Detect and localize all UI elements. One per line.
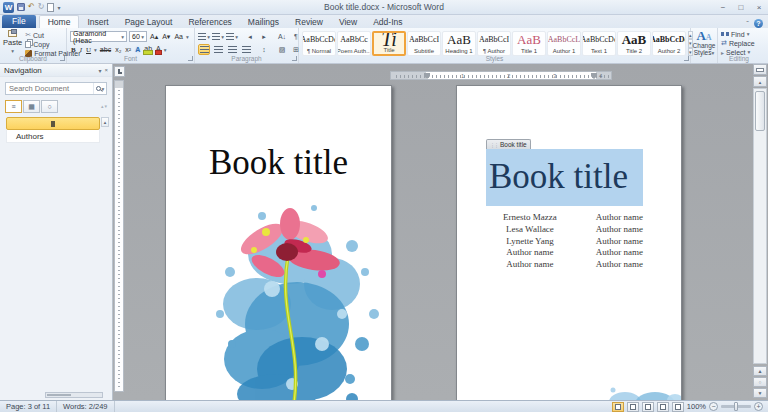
nav-horizontal-scrollbar[interactable] <box>45 392 103 398</box>
author-name-cell[interactable]: Author name <box>574 247 643 259</box>
numbering-button[interactable]: ▾ <box>212 31 224 42</box>
superscript-button[interactable]: x² <box>124 46 132 53</box>
fullscreen-reading-view-button[interactable] <box>627 402 639 412</box>
style-normal[interactable]: AaBbCcDc ¶ Normal <box>302 31 336 56</box>
author-name-cell[interactable]: Author name <box>486 259 574 271</box>
watercolor-flower-image[interactable] <box>202 194 392 405</box>
customize-qat-icon[interactable]: ▾ <box>57 4 60 11</box>
find-button[interactable]: Find ▾ <box>721 30 757 38</box>
style-author-2[interactable]: AaBbCcDc Author 2 <box>652 31 686 56</box>
nav-item-authors[interactable]: Authors <box>6 130 100 143</box>
decrease-indent-button[interactable]: ◂ <box>244 31 256 42</box>
tab-file[interactable]: File <box>2 15 36 28</box>
change-case-button[interactable]: Aa <box>173 33 184 40</box>
author-name-cell[interactable]: Lesa Wallace <box>486 224 574 236</box>
draft-view-button[interactable] <box>672 402 684 412</box>
subscript-button[interactable]: x₂ <box>114 46 122 53</box>
paste-button[interactable]: Paste ▾ <box>3 30 22 54</box>
zoom-level[interactable]: 100% <box>687 402 706 411</box>
bullets-button[interactable]: ▾ <box>198 31 210 42</box>
author-name-cell[interactable]: Author name <box>574 259 643 271</box>
browse-results-tab[interactable]: ○ <box>41 100 58 113</box>
align-left-button[interactable] <box>198 44 210 55</box>
minimize-button[interactable]: − <box>714 1 732 13</box>
word-logo-icon[interactable]: W <box>3 2 14 13</box>
author-name-cell[interactable]: Author name <box>574 224 643 236</box>
zoom-slider-thumb[interactable] <box>734 402 738 411</box>
line-spacing-button[interactable]: ↕ <box>258 44 270 55</box>
font-color-button[interactable]: A <box>155 45 162 55</box>
nav-list-scroll-up-icon[interactable]: ▴ <box>101 117 109 127</box>
increase-indent-button[interactable]: ▸ <box>258 31 270 42</box>
bold-button[interactable]: B <box>70 46 77 54</box>
style-text-1[interactable]: AaBbCcDc Text 1 <box>582 31 616 56</box>
tab-page-layout[interactable]: Page Layout <box>117 16 181 28</box>
zoom-out-button[interactable]: − <box>709 402 718 411</box>
font-family-select[interactable]: Garamond (Heac ▾ <box>70 31 127 42</box>
tab-mailings[interactable]: Mailings <box>240 16 287 28</box>
tab-references[interactable]: References <box>180 16 239 28</box>
tab-view[interactable]: View <box>331 16 365 28</box>
nav-item-title-selected[interactable] <box>6 117 100 130</box>
change-styles-button[interactable]: AA Change Styles▾ <box>691 28 718 63</box>
grow-font-button[interactable]: A▴ <box>149 33 159 41</box>
nav-hscroll-thumb[interactable] <box>47 394 71 396</box>
style-title-1[interactable]: AaB Title 1 <box>512 31 546 56</box>
maximize-button[interactable]: □ <box>732 1 750 13</box>
ruler-toggle-button[interactable] <box>753 64 767 75</box>
strikethrough-button[interactable]: abc <box>99 46 112 53</box>
pane-close-icon[interactable]: × <box>104 67 108 73</box>
tab-insert[interactable]: Insert <box>79 16 116 28</box>
content-control-handle-icon[interactable]: ⋮⋮ <box>490 142 498 148</box>
style-subtitle[interactable]: AaBbCcI Subtitle <box>407 31 441 56</box>
author-name-cell[interactable]: Ernesto Mazza <box>486 212 574 224</box>
selected-title-text[interactable]: Book title <box>486 149 643 206</box>
scroll-up-button[interactable]: ▴ <box>753 76 767 87</box>
zoom-in-button[interactable]: + <box>754 402 763 411</box>
page-indicator[interactable]: Page: 3 of 11 <box>0 401 57 412</box>
previous-result-icon[interactable]: ▴ <box>101 104 104 109</box>
pane-options-icon[interactable]: ▾ <box>98 67 101 74</box>
clipboard-dialog-launcher[interactable] <box>60 56 65 61</box>
font-size-select[interactable]: 60 ▾ <box>129 31 147 42</box>
tab-addins[interactable]: Add-Ins <box>365 16 410 28</box>
font-dialog-launcher[interactable] <box>188 56 193 61</box>
redo-icon[interactable]: ↻ <box>38 3 45 11</box>
styles-dialog-launcher[interactable] <box>684 56 689 61</box>
search-input[interactable] <box>6 84 93 93</box>
browse-pages-tab[interactable]: ▦ <box>23 100 40 113</box>
author-name-cell[interactable]: Author name <box>574 212 643 224</box>
save-icon[interactable] <box>17 3 25 11</box>
help-icon[interactable]: ? <box>754 19 763 28</box>
justify-button[interactable] <box>240 44 252 55</box>
close-button[interactable]: × <box>750 1 768 13</box>
replace-button[interactable]: ⇄ Replace <box>721 39 757 47</box>
next-page-button[interactable]: ▼ <box>753 388 767 398</box>
shrink-font-button[interactable]: A▾ <box>161 33 171 41</box>
scrollbar-thumb[interactable] <box>755 91 765 131</box>
author-name-cell[interactable]: Lynette Yang <box>486 236 574 248</box>
word-count-indicator[interactable]: Words: 2/249 <box>57 401 114 412</box>
previous-page-button[interactable]: ▲ <box>753 366 767 376</box>
author-name-cell[interactable]: Author name <box>574 236 643 248</box>
highlight-button[interactable]: ab <box>143 45 153 55</box>
scrollbar-track[interactable] <box>753 88 767 364</box>
style-heading-1[interactable]: AaB Heading 1 <box>442 31 476 56</box>
outline-view-button[interactable] <box>657 402 669 412</box>
quick-print-icon[interactable] <box>47 3 54 12</box>
style-author[interactable]: AaBbCcI ¶ Author <box>477 31 511 56</box>
search-button[interactable]: ▾ <box>93 83 106 94</box>
style-author-1[interactable]: AaBbCcL Author 1 <box>547 31 581 56</box>
italic-button[interactable]: I <box>79 46 83 54</box>
minimize-ribbon-icon[interactable]: ˆ <box>746 21 749 27</box>
content-control-tab[interactable]: ⋮⋮ Book title <box>486 139 531 149</box>
style-title-2[interactable]: AaB Title 2 <box>617 31 651 56</box>
sort-button[interactable]: A↓ <box>276 31 288 42</box>
style-poem-author[interactable]: AaBbCc Poem Auth... <box>337 31 371 56</box>
next-result-icon[interactable]: ▾ <box>104 104 107 109</box>
multilevel-list-button[interactable]: ▾ <box>226 31 238 42</box>
undo-icon[interactable]: ↶ <box>28 3 35 11</box>
style-title-selected[interactable]: Ti Title <box>372 31 406 56</box>
left-page-title[interactable]: Book title <box>166 143 391 183</box>
print-layout-view-button[interactable] <box>612 402 624 412</box>
